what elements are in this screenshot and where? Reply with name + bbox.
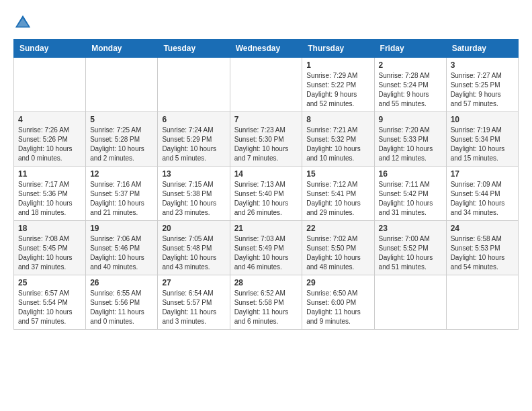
calendar-header-row: SundayMondayTuesdayWednesdayThursdayFrid…	[14, 40, 519, 58]
calendar-cell	[374, 275, 446, 330]
day-info: Sunrise: 7:03 AM Sunset: 5:49 PM Dayligh…	[234, 234, 298, 272]
calendar-cell: 4Sunrise: 7:26 AM Sunset: 5:26 PM Daylig…	[14, 112, 86, 167]
calendar-cell	[86, 58, 158, 112]
day-number: 21	[234, 224, 298, 233]
day-info: Sunrise: 7:23 AM Sunset: 5:30 PM Dayligh…	[234, 126, 298, 163]
calendar-cell: 9Sunrise: 7:20 AM Sunset: 5:33 PM Daylig…	[374, 112, 446, 167]
day-number: 8	[306, 115, 369, 124]
day-number: 23	[379, 224, 442, 233]
day-info: Sunrise: 6:55 AM Sunset: 5:56 PM Dayligh…	[90, 289, 153, 326]
calendar-week-row: 11Sunrise: 7:17 AM Sunset: 5:36 PM Dayli…	[14, 167, 519, 221]
day-number: 3	[451, 60, 514, 70]
day-number: 20	[162, 224, 225, 233]
day-info: Sunrise: 7:28 AM Sunset: 5:24 PM Dayligh…	[379, 71, 442, 109]
weekday-header: Thursday	[302, 40, 374, 58]
day-number: 2	[379, 60, 442, 70]
calendar-cell: 19Sunrise: 7:06 AM Sunset: 5:46 PM Dayli…	[86, 221, 158, 275]
calendar-week-row: 4Sunrise: 7:26 AM Sunset: 5:26 PM Daylig…	[14, 112, 519, 167]
day-number: 11	[18, 169, 81, 179]
calendar-cell: 10Sunrise: 7:19 AM Sunset: 5:34 PM Dayli…	[446, 112, 518, 167]
day-info: Sunrise: 7:09 AM Sunset: 5:44 PM Dayligh…	[451, 180, 514, 218]
day-info: Sunrise: 7:06 AM Sunset: 5:46 PM Dayligh…	[90, 234, 153, 272]
day-info: Sunrise: 6:54 AM Sunset: 5:57 PM Dayligh…	[162, 289, 225, 326]
calendar-week-row: 25Sunrise: 6:57 AM Sunset: 5:54 PM Dayli…	[14, 275, 519, 330]
day-number: 1	[306, 60, 369, 70]
day-info: Sunrise: 7:20 AM Sunset: 5:33 PM Dayligh…	[379, 126, 442, 163]
calendar-week-row: 18Sunrise: 7:08 AM Sunset: 5:45 PM Dayli…	[14, 221, 519, 275]
calendar-cell: 1Sunrise: 7:29 AM Sunset: 5:22 PM Daylig…	[302, 58, 374, 112]
day-info: Sunrise: 6:52 AM Sunset: 5:58 PM Dayligh…	[234, 289, 298, 326]
day-info: Sunrise: 7:24 AM Sunset: 5:29 PM Dayligh…	[162, 126, 225, 163]
day-info: Sunrise: 7:19 AM Sunset: 5:34 PM Dayligh…	[451, 126, 514, 163]
calendar-cell: 2Sunrise: 7:28 AM Sunset: 5:24 PM Daylig…	[374, 58, 446, 112]
calendar-cell: 28Sunrise: 6:52 AM Sunset: 5:58 PM Dayli…	[230, 275, 302, 330]
day-info: Sunrise: 7:27 AM Sunset: 5:25 PM Dayligh…	[451, 71, 514, 109]
day-number: 14	[234, 169, 298, 179]
calendar-table: SundayMondayTuesdayWednesdayThursdayFrid…	[13, 39, 519, 330]
day-info: Sunrise: 7:12 AM Sunset: 5:41 PM Dayligh…	[306, 180, 369, 218]
day-number: 28	[234, 278, 298, 287]
weekday-header: Tuesday	[158, 40, 230, 58]
day-number: 24	[451, 224, 514, 233]
day-info: Sunrise: 7:15 AM Sunset: 5:38 PM Dayligh…	[162, 180, 225, 218]
day-info: Sunrise: 6:58 AM Sunset: 5:53 PM Dayligh…	[451, 234, 514, 272]
calendar-cell: 7Sunrise: 7:23 AM Sunset: 5:30 PM Daylig…	[230, 112, 302, 167]
day-number: 29	[306, 278, 369, 287]
weekday-header: Friday	[374, 40, 446, 58]
calendar-cell: 20Sunrise: 7:05 AM Sunset: 5:48 PM Dayli…	[158, 221, 230, 275]
day-info: Sunrise: 7:29 AM Sunset: 5:22 PM Dayligh…	[306, 71, 369, 109]
day-info: Sunrise: 7:11 AM Sunset: 5:42 PM Dayligh…	[379, 180, 442, 218]
day-number: 15	[306, 169, 369, 179]
weekday-header: Sunday	[14, 40, 86, 58]
day-info: Sunrise: 7:17 AM Sunset: 5:36 PM Dayligh…	[18, 180, 81, 218]
page-header	[13, 13, 519, 32]
day-number: 16	[379, 169, 442, 179]
calendar-cell: 11Sunrise: 7:17 AM Sunset: 5:36 PM Dayli…	[14, 167, 86, 221]
day-info: Sunrise: 7:02 AM Sunset: 5:50 PM Dayligh…	[306, 234, 369, 272]
day-number: 6	[162, 115, 225, 124]
calendar-cell: 18Sunrise: 7:08 AM Sunset: 5:45 PM Dayli…	[14, 221, 86, 275]
calendar-cell: 29Sunrise: 6:50 AM Sunset: 6:00 PM Dayli…	[302, 275, 374, 330]
calendar-cell	[230, 58, 302, 112]
day-info: Sunrise: 7:21 AM Sunset: 5:32 PM Dayligh…	[306, 126, 369, 163]
day-number: 4	[18, 115, 81, 124]
calendar-cell: 14Sunrise: 7:13 AM Sunset: 5:40 PM Dayli…	[230, 167, 302, 221]
calendar-cell	[158, 58, 230, 112]
calendar-cell: 8Sunrise: 7:21 AM Sunset: 5:32 PM Daylig…	[302, 112, 374, 167]
calendar-cell	[446, 275, 518, 330]
day-info: Sunrise: 6:57 AM Sunset: 5:54 PM Dayligh…	[18, 289, 81, 326]
calendar-cell: 16Sunrise: 7:11 AM Sunset: 5:42 PM Dayli…	[374, 167, 446, 221]
day-number: 9	[379, 115, 442, 124]
day-number: 22	[306, 224, 369, 233]
calendar-cell: 26Sunrise: 6:55 AM Sunset: 5:56 PM Dayli…	[86, 275, 158, 330]
weekday-header: Monday	[86, 40, 158, 58]
day-info: Sunrise: 7:08 AM Sunset: 5:45 PM Dayligh…	[18, 234, 81, 272]
logo-icon	[13, 13, 32, 32]
calendar-cell: 12Sunrise: 7:16 AM Sunset: 5:37 PM Dayli…	[86, 167, 158, 221]
calendar-cell: 27Sunrise: 6:54 AM Sunset: 5:57 PM Dayli…	[158, 275, 230, 330]
logo	[13, 13, 35, 32]
calendar-cell: 13Sunrise: 7:15 AM Sunset: 5:38 PM Dayli…	[158, 167, 230, 221]
weekday-header: Saturday	[446, 40, 518, 58]
calendar-cell: 21Sunrise: 7:03 AM Sunset: 5:49 PM Dayli…	[230, 221, 302, 275]
day-info: Sunrise: 7:05 AM Sunset: 5:48 PM Dayligh…	[162, 234, 225, 272]
day-info: Sunrise: 7:16 AM Sunset: 5:37 PM Dayligh…	[90, 180, 153, 218]
day-number: 25	[18, 278, 81, 287]
calendar-cell: 6Sunrise: 7:24 AM Sunset: 5:29 PM Daylig…	[158, 112, 230, 167]
calendar-cell: 5Sunrise: 7:25 AM Sunset: 5:28 PM Daylig…	[86, 112, 158, 167]
day-number: 26	[90, 278, 153, 287]
day-number: 5	[90, 115, 153, 124]
day-info: Sunrise: 6:50 AM Sunset: 6:00 PM Dayligh…	[306, 289, 369, 326]
calendar-cell	[14, 58, 86, 112]
day-number: 19	[90, 224, 153, 233]
day-number: 10	[451, 115, 514, 124]
weekday-header: Wednesday	[230, 40, 302, 58]
day-info: Sunrise: 7:13 AM Sunset: 5:40 PM Dayligh…	[234, 180, 298, 218]
calendar-cell: 17Sunrise: 7:09 AM Sunset: 5:44 PM Dayli…	[446, 167, 518, 221]
day-info: Sunrise: 7:26 AM Sunset: 5:26 PM Dayligh…	[18, 126, 81, 163]
day-number: 27	[162, 278, 225, 287]
day-number: 18	[18, 224, 81, 233]
calendar-cell: 3Sunrise: 7:27 AM Sunset: 5:25 PM Daylig…	[446, 58, 518, 112]
day-info: Sunrise: 7:25 AM Sunset: 5:28 PM Dayligh…	[90, 126, 153, 163]
day-number: 7	[234, 115, 298, 124]
